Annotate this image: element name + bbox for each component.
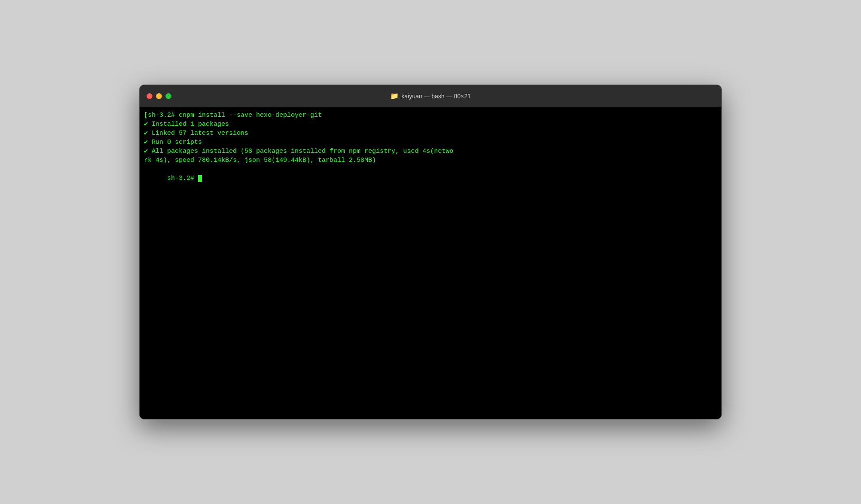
terminal-prompt[interactable]: sh-3.2# — [144, 165, 717, 192]
terminal-line-5: ✔ All packages installed (58 packages in… — [144, 147, 717, 156]
terminal-line-1: [sh-3.2# cnpm install --save hexo-deploy… — [144, 111, 717, 120]
terminal-line-4: ✔ Run 0 scripts — [144, 138, 717, 147]
traffic-lights — [147, 93, 171, 99]
terminal-line-2: ✔ Installed 1 packages — [144, 120, 717, 129]
close-button[interactable] — [147, 93, 153, 99]
prompt-text: sh-3.2# — [167, 175, 198, 182]
window-title: 📁 kaiyuan — bash — 80×21 — [390, 92, 471, 100]
terminal-body[interactable]: [sh-3.2# cnpm install --save hexo-deploy… — [140, 107, 721, 419]
cursor — [198, 175, 202, 182]
folder-icon: 📁 — [390, 92, 399, 100]
title-bar: 📁 kaiyuan — bash — 80×21 — [140, 85, 721, 107]
minimize-button[interactable] — [156, 93, 162, 99]
terminal-window: 📁 kaiyuan — bash — 80×21 [sh-3.2# cnpm i… — [139, 85, 722, 419]
terminal-line-3: ✔ Linked 57 latest versions — [144, 129, 717, 138]
terminal-line-6: rk 4s), speed 780.14kB/s, json 58(149.44… — [144, 156, 717, 165]
maximize-button[interactable] — [165, 93, 171, 99]
title-label: kaiyuan — bash — 80×21 — [401, 93, 471, 100]
